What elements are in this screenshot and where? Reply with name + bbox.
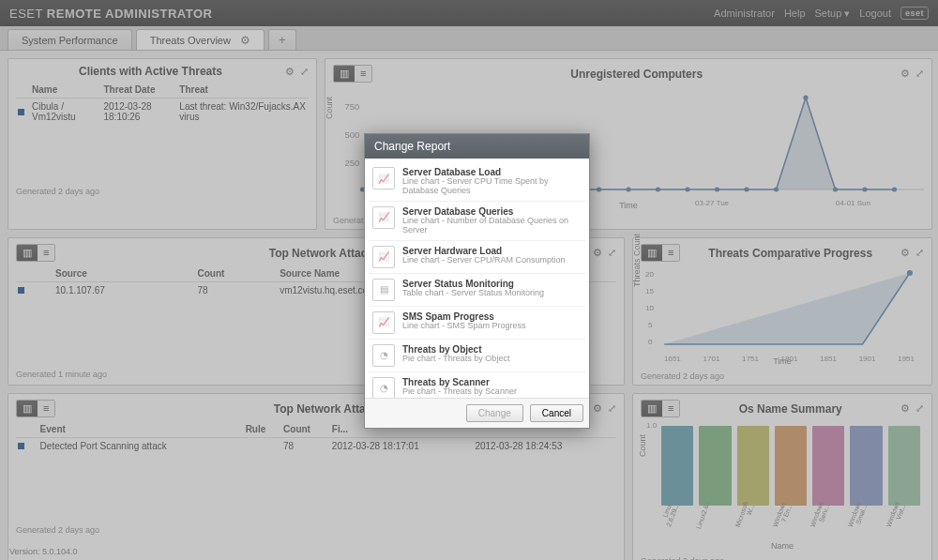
change-button[interactable]: Change — [466, 404, 523, 422]
report-option[interactable]: ◔Threats by ObjectPie chart - Threats by… — [369, 340, 585, 372]
report-option[interactable]: 📈Server Database QueriesLine chart - Num… — [369, 202, 585, 241]
table-chart-icon: ▤ — [372, 279, 395, 301]
modal-report-list[interactable]: 📈Server Database LoadLine chart - Server… — [365, 159, 589, 398]
report-option[interactable]: ◔Threats by ScannerPie chart - Threats b… — [369, 372, 585, 398]
line-chart-icon: 📈 — [372, 167, 395, 189]
report-option[interactable]: ▤Server Status MonitoringTable chart - S… — [369, 274, 585, 307]
pie-chart-icon: ◔ — [372, 377, 395, 398]
report-option[interactable]: 📈Server Database LoadLine chart - Server… — [369, 162, 585, 202]
modal-title: Change Report — [365, 134, 589, 159]
line-chart-icon: 📈 — [372, 206, 395, 229]
pie-chart-icon: ◔ — [372, 344, 395, 367]
line-chart-icon: 📈 — [372, 246, 395, 268]
report-option[interactable]: 📈SMS Spam ProgressLine chart - SMS Spam … — [369, 307, 585, 340]
cancel-button[interactable]: Cancel — [530, 404, 583, 422]
report-option[interactable]: 📈Server Hardware LoadLine chart - Server… — [369, 241, 585, 274]
line-chart-icon: 📈 — [372, 311, 395, 334]
change-report-modal: Change Report 📈Server Database LoadLine … — [364, 133, 590, 429]
